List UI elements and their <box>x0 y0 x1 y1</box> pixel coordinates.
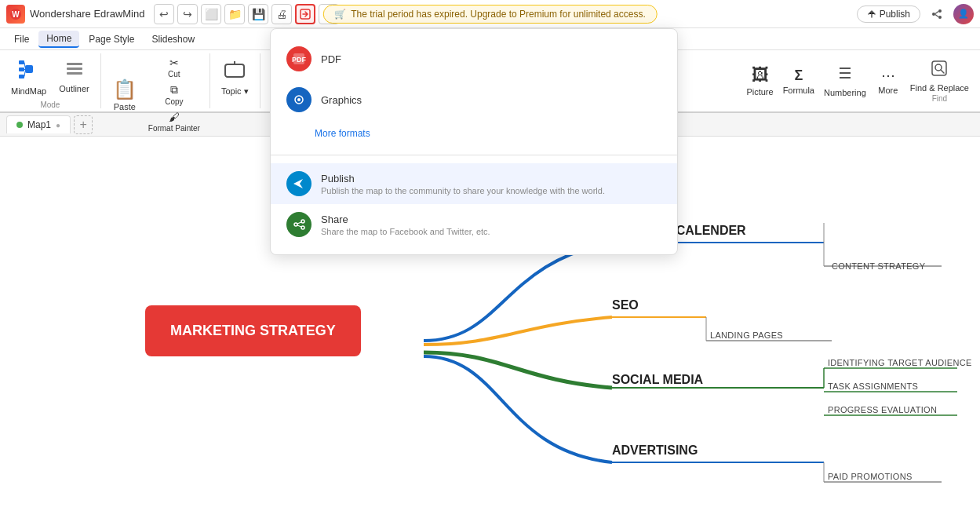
trial-text: The trial period has expired. Upgrade to… <box>351 9 646 20</box>
undo-button[interactable]: ↩ <box>154 4 174 24</box>
add-tab-button[interactable]: + <box>74 115 93 134</box>
menu-page-style[interactable]: Page Style <box>81 31 142 47</box>
svg-line-56 <box>297 225 301 227</box>
topic-button[interactable]: Topic ▾ <box>217 55 253 99</box>
tab-bullet: ● <box>56 121 60 130</box>
more-icon: ⋯ <box>881 67 895 84</box>
new-button[interactable]: ⬜ <box>201 4 221 24</box>
export-section: PDF PDF Graphics More formats <box>271 35 677 150</box>
redo-button[interactable]: ↪ <box>177 4 198 24</box>
svg-point-3 <box>938 9 942 13</box>
share-item[interactable]: Share Share the map to Facebook and Twit… <box>271 204 677 245</box>
svg-point-53 <box>294 223 297 226</box>
ribbon-group-topic: Topic ▾ . <box>210 53 260 108</box>
svg-line-12 <box>24 71 25 77</box>
graphics-icon <box>286 87 311 112</box>
picture-button[interactable]: 🖼 Picture <box>741 59 778 103</box>
publish-item-text: Publish Publish the map to the community… <box>321 173 661 195</box>
share-icon-button[interactable] <box>927 4 947 24</box>
numbering-button[interactable]: Numbering <box>819 59 871 103</box>
publish-item[interactable]: Publish Publish the map to the community… <box>271 163 677 204</box>
graphics-label: Graphics <box>321 94 362 106</box>
pdf-item[interactable]: PDF PDF <box>271 38 677 79</box>
format-painter-icon: 🖌 <box>169 111 180 123</box>
trial-banner: 🛒 The trial period has expired. Upgrade … <box>322 5 658 24</box>
find-replace-button[interactable]: Find & Replace Find <box>905 59 974 103</box>
svg-text:SOCIAL MEDIA: SOCIAL MEDIA <box>612 373 704 386</box>
svg-line-10 <box>24 63 25 68</box>
picture-label: Picture <box>746 87 773 97</box>
svg-rect-14 <box>67 68 82 70</box>
more-button[interactable]: ⋯ More <box>871 59 905 103</box>
tab-dot <box>16 122 23 128</box>
publish-icon <box>286 171 311 196</box>
share-item-text: Share Share the map to Facebook and Twit… <box>321 214 661 236</box>
central-node[interactable]: MARKETING STRATEGY <box>145 305 361 356</box>
tab-map1[interactable]: Map1 ● <box>6 115 71 133</box>
menu-file[interactable]: File <box>6 31 37 47</box>
formula-button[interactable]: Σ Formula <box>778 59 819 103</box>
svg-point-52 <box>301 220 304 223</box>
title-bar: W Wondershare EdrawMind ↩ ↪ ⬜ 📁 💾 🖨 ▾ 🛒 … <box>0 0 980 28</box>
find-sub-label: Find <box>932 94 947 103</box>
outliner-button[interactable]: Outliner <box>54 55 94 99</box>
print-button[interactable]: 🖨 <box>271 4 292 24</box>
picture-icon: 🖼 <box>752 65 769 86</box>
svg-rect-8 <box>19 68 24 71</box>
format-painter-label: Format Painter <box>148 124 200 133</box>
publish-item-subtitle: Publish the map to the community to shar… <box>321 186 661 195</box>
outliner-icon <box>66 60 83 82</box>
svg-rect-6 <box>25 65 33 73</box>
pdf-label: PDF <box>321 53 341 65</box>
paste-button[interactable]: 📋 Paste <box>107 73 142 117</box>
menu-home[interactable]: Home <box>38 31 79 48</box>
paste-icon: 📋 <box>113 78 137 100</box>
svg-text:CONTENT STRATEGY: CONTENT STRATEGY <box>832 261 926 271</box>
svg-line-55 <box>297 222 301 224</box>
title-actions: ↩ ↪ ⬜ 📁 💾 🖨 ▾ <box>154 4 339 24</box>
formula-label: Formula <box>783 86 814 95</box>
format-painter-button[interactable]: 🖌 Format Painter <box>145 109 203 134</box>
copy-button[interactable]: ⧉ Copy <box>145 82 203 108</box>
svg-text:PAID PROMOTIONS: PAID PROMOTIONS <box>828 472 913 481</box>
graphics-item[interactable]: Graphics <box>271 79 677 120</box>
svg-text:ADVERTISING: ADVERTISING <box>612 444 698 457</box>
svg-rect-13 <box>67 63 82 65</box>
ribbon-right-group: 🖼 Picture Σ Formula Numbering ⋯ More <box>735 53 980 108</box>
svg-point-54 <box>301 226 304 229</box>
share-item-icon <box>286 212 311 237</box>
dropdown-divider <box>271 155 677 155</box>
more-formats-item[interactable]: More formats <box>271 120 677 147</box>
more-label: More <box>878 86 898 95</box>
cut-label: Cut <box>168 70 180 78</box>
svg-line-23 <box>941 70 944 73</box>
open-button[interactable]: 📁 <box>224 4 245 24</box>
publish-button[interactable]: Publish <box>857 5 920 23</box>
user-avatar[interactable]: 👤 <box>953 4 974 24</box>
app-logo: W <box>6 5 25 24</box>
pdf-icon: PDF <box>286 46 311 71</box>
numbering-icon <box>836 64 854 86</box>
cut-icon: ✂ <box>169 57 179 69</box>
menu-slideshow[interactable]: Slideshow <box>144 31 202 47</box>
more-formats-label: More formats <box>315 128 370 139</box>
svg-text:LANDING PAGES: LANDING PAGES <box>710 330 783 340</box>
svg-rect-9 <box>19 75 24 78</box>
ribbon-group-clipboard: 📋 Paste ✂ Cut ⧉ Copy 🖌 Format Painter Cl… <box>101 53 210 108</box>
publish-item-title: Publish <box>321 173 661 184</box>
clipboard-buttons: 📋 Paste ✂ Cut ⧉ Copy 🖌 Format Painter <box>107 55 203 134</box>
title-bar-right: Publish 👤 <box>857 4 974 24</box>
topic-label: Topic ▾ <box>221 86 249 97</box>
svg-point-51 <box>297 98 301 101</box>
cut-button[interactable]: ✂ Cut <box>145 55 203 80</box>
mode-label: Mode <box>40 99 60 109</box>
copy-label: Copy <box>165 97 183 106</box>
export-dropdown: PDF PDF Graphics More formats Publish Pu… <box>270 28 678 255</box>
formula-icon: Σ <box>794 68 803 84</box>
mindmap-button[interactable]: MindMap <box>6 55 51 99</box>
save-button[interactable]: 💾 <box>248 4 268 24</box>
copy-icon: ⧉ <box>170 83 178 97</box>
export-button[interactable] <box>295 4 315 24</box>
svg-text:PROGRESS EVALUATION: PROGRESS EVALUATION <box>828 405 937 414</box>
svg-point-4 <box>932 13 935 16</box>
